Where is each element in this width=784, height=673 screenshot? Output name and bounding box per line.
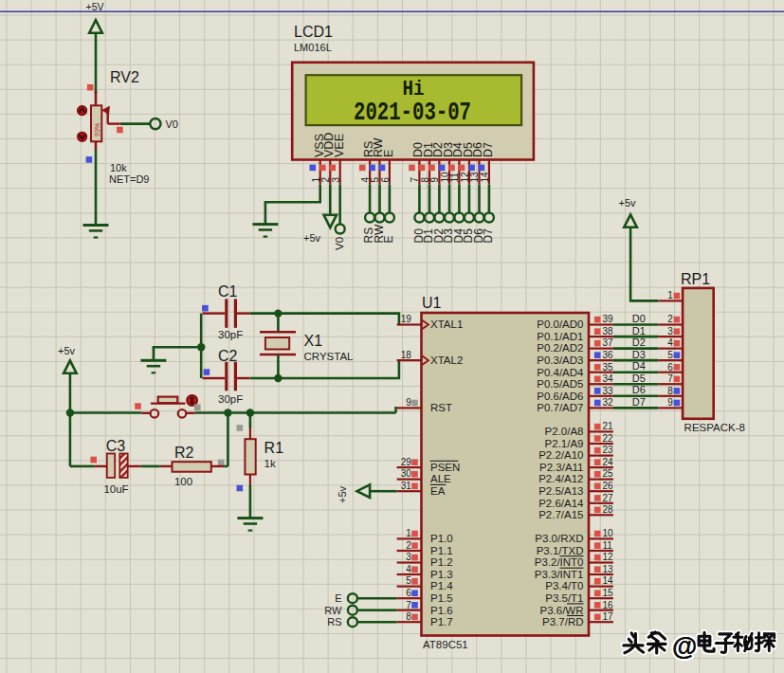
svg-text:4: 4 bbox=[667, 337, 673, 348]
svg-text:8: 8 bbox=[420, 177, 430, 183]
svg-text:10: 10 bbox=[603, 528, 614, 538]
svg-text:P0.0/AD0: P0.0/AD0 bbox=[537, 318, 583, 330]
svg-text:XTAL1: XTAL1 bbox=[430, 318, 463, 330]
svg-text:PSEN: PSEN bbox=[430, 462, 460, 473]
svg-text:7: 7 bbox=[410, 177, 420, 183]
svg-text:ALE: ALE bbox=[430, 473, 451, 484]
svg-text:30pF: 30pF bbox=[218, 393, 243, 405]
svg-text:2: 2 bbox=[320, 177, 331, 183]
svg-text:37: 37 bbox=[603, 337, 614, 348]
svg-text:D1: D1 bbox=[632, 325, 646, 336]
svg-text:P1.2: P1.2 bbox=[430, 556, 453, 568]
svg-text:R1: R1 bbox=[264, 440, 284, 456]
svg-text:P2.6/A14: P2.6/A14 bbox=[538, 498, 584, 509]
svg-text:10k: 10k bbox=[110, 162, 127, 173]
svg-text:18: 18 bbox=[401, 350, 412, 360]
svg-text:22: 22 bbox=[603, 433, 614, 444]
svg-text:E: E bbox=[335, 592, 341, 604]
svg-text:C1: C1 bbox=[218, 283, 238, 300]
svg-text:32: 32 bbox=[603, 397, 614, 408]
svg-text:7: 7 bbox=[667, 373, 673, 384]
svg-text:X1: X1 bbox=[304, 333, 323, 349]
svg-text:P1.3: P1.3 bbox=[430, 569, 453, 580]
svg-text:31: 31 bbox=[401, 481, 412, 491]
svg-text:D6: D6 bbox=[632, 384, 646, 395]
svg-text:RV2: RV2 bbox=[110, 69, 139, 85]
svg-text:AT89C51: AT89C51 bbox=[423, 639, 468, 650]
svg-text:14: 14 bbox=[480, 172, 490, 183]
svg-text:P3.7/RD: P3.7/RD bbox=[542, 616, 583, 628]
svg-text:8: 8 bbox=[667, 386, 673, 396]
svg-text:12: 12 bbox=[603, 552, 614, 562]
svg-text:P1.0: P1.0 bbox=[430, 533, 453, 544]
svg-text:P2.1/A9: P2.1/A9 bbox=[545, 438, 584, 449]
svg-text:+5v: +5v bbox=[58, 345, 76, 356]
svg-text:V0: V0 bbox=[166, 118, 178, 130]
svg-text:29: 29 bbox=[401, 457, 412, 467]
svg-text:27: 27 bbox=[603, 493, 614, 503]
svg-text:P1.7: P1.7 bbox=[430, 616, 453, 628]
svg-text:38: 38 bbox=[603, 326, 614, 336]
svg-text:P1.6: P1.6 bbox=[430, 605, 453, 616]
svg-text:P2.0/A8: P2.0/A8 bbox=[545, 426, 584, 437]
svg-text:5: 5 bbox=[406, 575, 411, 586]
svg-text:12: 12 bbox=[460, 172, 470, 183]
svg-text:39: 39 bbox=[603, 314, 614, 324]
svg-text:D7: D7 bbox=[632, 396, 646, 408]
svg-text:P2.4/A12: P2.4/A12 bbox=[538, 473, 583, 484]
svg-text:P3.3/INT1: P3.3/INT1 bbox=[535, 569, 584, 580]
svg-text:D5: D5 bbox=[632, 373, 646, 384]
svg-text:3: 3 bbox=[406, 552, 411, 562]
svg-text:XTAL2: XTAL2 bbox=[430, 355, 463, 366]
svg-text:RST: RST bbox=[430, 402, 452, 413]
svg-text:26: 26 bbox=[603, 481, 614, 491]
svg-text:P3.2/INT0: P3.2/INT0 bbox=[535, 556, 584, 568]
svg-text:P3.5/T1: P3.5/T1 bbox=[545, 592, 583, 604]
svg-text:6: 6 bbox=[667, 362, 673, 373]
svg-text:30: 30 bbox=[401, 468, 412, 479]
svg-text:14: 14 bbox=[603, 575, 614, 586]
svg-text:RW: RW bbox=[324, 605, 342, 616]
svg-text:21: 21 bbox=[603, 421, 614, 431]
svg-text:P3.4/T0: P3.4/T0 bbox=[545, 580, 583, 591]
svg-text:+5v: +5v bbox=[619, 197, 637, 209]
svg-text:33: 33 bbox=[603, 386, 614, 396]
svg-text:EA: EA bbox=[430, 485, 446, 497]
svg-text:30pF: 30pF bbox=[218, 329, 243, 340]
svg-text:P2.5/A13: P2.5/A13 bbox=[538, 485, 583, 497]
svg-text:13: 13 bbox=[603, 564, 614, 574]
svg-text:19: 19 bbox=[401, 314, 412, 324]
svg-text:6: 6 bbox=[380, 177, 391, 183]
svg-text:34: 34 bbox=[603, 373, 614, 384]
svg-text:11: 11 bbox=[449, 173, 460, 183]
svg-text:D2: D2 bbox=[632, 336, 646, 348]
svg-text:P2.7/A15: P2.7/A15 bbox=[538, 509, 583, 520]
svg-text:P0.4/AD4: P0.4/AD4 bbox=[537, 367, 584, 378]
svg-text:P0.6/AD6: P0.6/AD6 bbox=[537, 391, 583, 402]
svg-text:D0: D0 bbox=[632, 313, 646, 324]
svg-text:100: 100 bbox=[174, 476, 192, 487]
svg-text:P0.1/AD1: P0.1/AD1 bbox=[537, 331, 583, 342]
svg-text:P0.2/AD2: P0.2/AD2 bbox=[537, 342, 583, 354]
svg-text:24: 24 bbox=[603, 457, 614, 467]
svg-text:P1.1: P1.1 bbox=[430, 545, 453, 556]
svg-text:CRYSTAL: CRYSTAL bbox=[304, 351, 355, 362]
svg-text:P2.2/A10: P2.2/A10 bbox=[538, 449, 583, 461]
svg-text:93%: 93% bbox=[94, 123, 100, 136]
svg-text:P0.3/AD3: P0.3/AD3 bbox=[537, 355, 583, 366]
svg-text:16: 16 bbox=[603, 600, 614, 610]
svg-text:15: 15 bbox=[603, 588, 614, 598]
svg-text:LM016L: LM016L bbox=[294, 42, 332, 53]
svg-text:D7: D7 bbox=[482, 228, 495, 244]
svg-text:23: 23 bbox=[603, 445, 614, 455]
svg-text:11: 11 bbox=[603, 540, 613, 551]
svg-text:LCD1: LCD1 bbox=[294, 24, 333, 40]
svg-text:C2: C2 bbox=[218, 348, 238, 364]
svg-text:17: 17 bbox=[603, 611, 614, 622]
svg-text:25: 25 bbox=[603, 468, 614, 479]
svg-text:E: E bbox=[382, 150, 395, 157]
svg-text:VEE: VEE bbox=[333, 134, 346, 157]
svg-text:+5v: +5v bbox=[303, 232, 321, 244]
svg-text:36: 36 bbox=[603, 350, 614, 360]
svg-text:C3: C3 bbox=[106, 438, 126, 454]
